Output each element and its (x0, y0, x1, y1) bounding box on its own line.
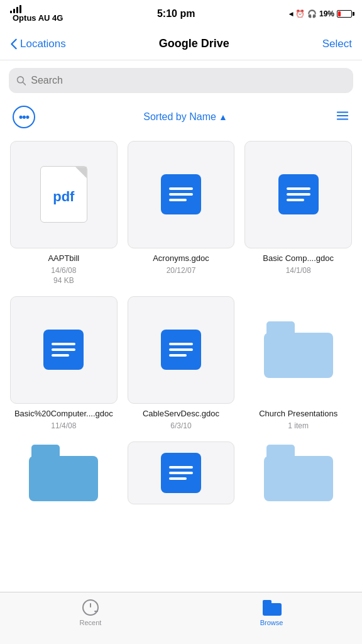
file-thumbnail: pdf (10, 141, 118, 248)
list-item[interactable]: pdf AAPTbill 14/6/0894 KB (10, 141, 118, 286)
alarm-icon: ⏰ (295, 9, 305, 18)
nav-bar: Locations Google Drive Select (0, 28, 362, 60)
file-meta: 20/12/07 (167, 265, 196, 276)
search-bar[interactable] (9, 68, 353, 93)
file-thumbnail (10, 296, 118, 404)
file-thumbnail (10, 441, 118, 504)
file-meta: 1 item (288, 421, 309, 431)
select-button[interactable]: Select (322, 38, 352, 50)
list-item[interactable]: CableServDesc.gdoc 6/3/10 (128, 296, 235, 431)
file-thumbnail (244, 141, 352, 248)
file-meta: 14/6/0894 KB (51, 265, 76, 287)
list-item[interactable]: Basic%20Computer....gdoc 11/4/08 (10, 296, 118, 431)
signal-icon (10, 5, 63, 13)
file-thumbnail (128, 441, 235, 504)
chevron-left-icon (10, 38, 18, 50)
folder-icon (264, 321, 333, 378)
list-item[interactable]: Church Presentations 1 item (244, 296, 352, 431)
sort-direction-icon: ▲ (219, 112, 228, 122)
status-bar: Optus AU 4G 5:10 pm ◂ ⏰ 🎧 19% (0, 0, 362, 28)
file-name: Basic%20Computer....gdoc (14, 409, 113, 419)
list-view-button[interactable] (336, 109, 349, 126)
gdoc-icon (278, 174, 319, 214)
search-container (0, 60, 362, 101)
list-icon (336, 109, 349, 123)
tab-recent-label: Recent (80, 619, 102, 626)
file-grid: pdf AAPTbill 14/6/0894 KB Acronyms.gdoc … (0, 136, 362, 521)
status-time: 5:10 pm (157, 8, 195, 19)
sort-button[interactable]: Sorted by Name ▲ (143, 111, 227, 123)
battery-icon (337, 10, 352, 18)
search-input[interactable] (31, 75, 346, 86)
gdoc-icon (43, 330, 84, 370)
tab-browse-label: Browse (260, 619, 283, 626)
page-title: Google Drive (159, 37, 229, 50)
toolbar: ••• Sorted by Name ▲ (0, 101, 362, 136)
file-thumbnail (128, 296, 235, 404)
gdoc-icon (161, 330, 201, 370)
file-meta: 6/3/10 (170, 421, 191, 431)
back-label: Locations (20, 38, 66, 50)
file-name: Acronyms.gdoc (153, 253, 209, 264)
list-item[interactable] (10, 441, 118, 511)
tab-recent[interactable]: Recent (0, 599, 181, 626)
file-thumbnail (128, 141, 235, 248)
search-icon (16, 75, 26, 86)
file-thumbnail (244, 296, 352, 404)
svg-line-1 (23, 82, 25, 85)
tab-browse[interactable]: Browse (181, 599, 362, 626)
file-name: Church Presentations (259, 409, 337, 419)
file-meta: 14/1/08 (286, 265, 311, 276)
list-item[interactable] (244, 441, 352, 511)
gdoc-icon (161, 453, 201, 493)
list-item[interactable]: Basic Comp....gdoc 14/1/08 (244, 141, 352, 286)
back-button[interactable]: Locations (10, 38, 66, 50)
main-content: pdf AAPTbill 14/6/0894 KB Acronyms.gdoc … (0, 136, 362, 577)
location-icon: ◂ (289, 9, 293, 18)
headphone-icon: 🎧 (307, 9, 317, 18)
status-icons: ◂ ⏰ 🎧 19% (289, 9, 352, 18)
browse-icon (263, 599, 280, 616)
sort-label: Sorted by Name (143, 111, 216, 123)
more-options-button[interactable]: ••• (13, 106, 35, 128)
carrier-text: Optus AU 4G (10, 5, 63, 23)
list-item[interactable] (128, 441, 235, 511)
list-item[interactable]: Acronyms.gdoc 20/12/07 (128, 141, 235, 286)
file-name: Basic Comp....gdoc (263, 253, 334, 264)
file-name: AAPTbill (48, 253, 79, 264)
file-name: CableServDesc.gdoc (143, 409, 219, 419)
file-meta: 11/4/08 (51, 421, 76, 431)
gdoc-icon (161, 174, 201, 214)
file-thumbnail (244, 441, 352, 504)
tab-bar: Recent Browse (0, 592, 362, 644)
battery-percent: 19% (319, 9, 334, 18)
pdf-icon: pdf (40, 166, 87, 223)
recent-icon (82, 599, 99, 616)
